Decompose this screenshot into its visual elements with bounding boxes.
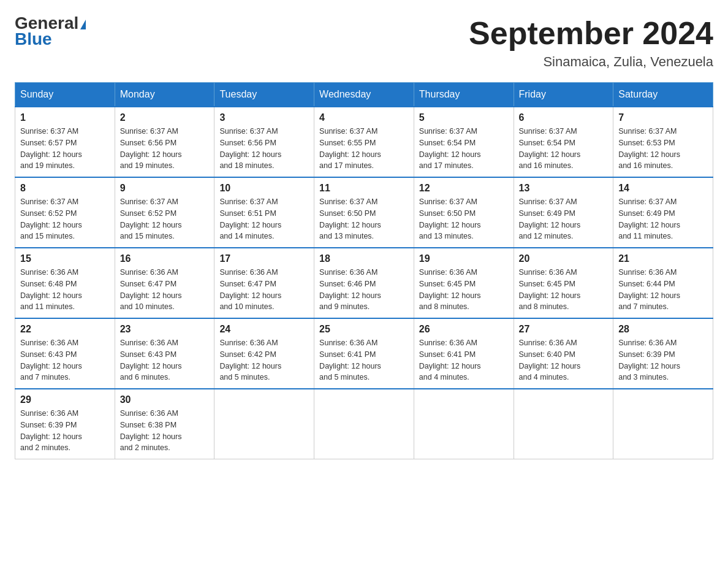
calendar-cell: 1 Sunrise: 6:37 AM Sunset: 6:57 PM Dayli… bbox=[15, 107, 115, 177]
day-number: 28 bbox=[618, 324, 708, 335]
calendar-cell bbox=[414, 389, 514, 459]
calendar-cell bbox=[613, 389, 713, 459]
calendar-cell: 4 Sunrise: 6:37 AM Sunset: 6:55 PM Dayli… bbox=[314, 107, 414, 177]
calendar-cell: 8 Sunrise: 6:37 AM Sunset: 6:52 PM Dayli… bbox=[15, 177, 115, 248]
day-number: 21 bbox=[618, 253, 708, 264]
calendar-cell: 27 Sunrise: 6:36 AM Sunset: 6:40 PM Dayl… bbox=[514, 318, 613, 389]
day-number: 14 bbox=[618, 183, 708, 194]
calendar-cell: 10 Sunrise: 6:37 AM Sunset: 6:51 PM Dayl… bbox=[214, 177, 314, 248]
day-number: 11 bbox=[319, 183, 409, 194]
calendar-header-saturday: Saturday bbox=[613, 83, 713, 107]
day-info: Sunrise: 6:36 AM Sunset: 6:48 PM Dayligh… bbox=[20, 267, 110, 313]
day-info: Sunrise: 6:37 AM Sunset: 6:56 PM Dayligh… bbox=[219, 126, 309, 172]
day-info: Sunrise: 6:36 AM Sunset: 6:42 PM Dayligh… bbox=[219, 337, 309, 383]
day-info: Sunrise: 6:37 AM Sunset: 6:53 PM Dayligh… bbox=[618, 126, 708, 172]
calendar-cell bbox=[314, 389, 414, 459]
day-info: Sunrise: 6:37 AM Sunset: 6:49 PM Dayligh… bbox=[519, 196, 609, 242]
calendar-header-monday: Monday bbox=[115, 83, 214, 107]
day-number: 20 bbox=[519, 253, 609, 264]
day-number: 25 bbox=[319, 324, 409, 335]
day-number: 13 bbox=[519, 183, 609, 194]
day-info: Sunrise: 6:37 AM Sunset: 6:52 PM Dayligh… bbox=[20, 196, 110, 242]
day-info: Sunrise: 6:36 AM Sunset: 6:43 PM Dayligh… bbox=[20, 337, 110, 383]
day-number: 6 bbox=[519, 112, 609, 123]
calendar-header-thursday: Thursday bbox=[414, 83, 514, 107]
page-header: General Blue September 2024 Sinamaica, Z… bbox=[15, 15, 713, 70]
day-info: Sunrise: 6:37 AM Sunset: 6:54 PM Dayligh… bbox=[519, 126, 609, 172]
day-info: Sunrise: 6:37 AM Sunset: 6:55 PM Dayligh… bbox=[319, 126, 409, 172]
logo-blue: Blue bbox=[15, 29, 52, 49]
title-section: September 2024 Sinamaica, Zulia, Venezue… bbox=[469, 15, 713, 70]
day-number: 16 bbox=[120, 253, 210, 264]
calendar-cell bbox=[214, 389, 314, 459]
calendar-header-row: SundayMondayTuesdayWednesdayThursdayFrid… bbox=[15, 83, 713, 107]
day-number: 29 bbox=[20, 394, 110, 405]
day-info: Sunrise: 6:36 AM Sunset: 6:41 PM Dayligh… bbox=[319, 337, 409, 383]
day-number: 19 bbox=[419, 253, 509, 264]
calendar-header-sunday: Sunday bbox=[15, 83, 115, 107]
calendar-cell: 12 Sunrise: 6:37 AM Sunset: 6:50 PM Dayl… bbox=[414, 177, 514, 248]
calendar-cell: 2 Sunrise: 6:37 AM Sunset: 6:56 PM Dayli… bbox=[115, 107, 214, 177]
day-info: Sunrise: 6:36 AM Sunset: 6:47 PM Dayligh… bbox=[120, 267, 210, 313]
day-number: 23 bbox=[120, 324, 210, 335]
calendar-cell: 13 Sunrise: 6:37 AM Sunset: 6:49 PM Dayl… bbox=[514, 177, 613, 248]
calendar-header-wednesday: Wednesday bbox=[314, 83, 414, 107]
day-number: 18 bbox=[319, 253, 409, 264]
day-number: 26 bbox=[419, 324, 509, 335]
month-year-title: September 2024 bbox=[469, 15, 713, 52]
day-info: Sunrise: 6:36 AM Sunset: 6:39 PM Dayligh… bbox=[20, 408, 110, 454]
day-number: 9 bbox=[120, 183, 210, 194]
day-number: 4 bbox=[319, 112, 409, 123]
calendar-cell: 6 Sunrise: 6:37 AM Sunset: 6:54 PM Dayli… bbox=[514, 107, 613, 177]
day-info: Sunrise: 6:36 AM Sunset: 6:40 PM Dayligh… bbox=[519, 337, 609, 383]
calendar-cell: 24 Sunrise: 6:36 AM Sunset: 6:42 PM Dayl… bbox=[214, 318, 314, 389]
calendar-cell: 3 Sunrise: 6:37 AM Sunset: 6:56 PM Dayli… bbox=[214, 107, 314, 177]
day-info: Sunrise: 6:36 AM Sunset: 6:43 PM Dayligh… bbox=[120, 337, 210, 383]
calendar-cell: 26 Sunrise: 6:36 AM Sunset: 6:41 PM Dayl… bbox=[414, 318, 514, 389]
day-number: 5 bbox=[419, 112, 509, 123]
day-number: 24 bbox=[219, 324, 309, 335]
day-number: 1 bbox=[20, 112, 110, 123]
calendar-table: SundayMondayTuesdayWednesdayThursdayFrid… bbox=[15, 82, 713, 459]
calendar-cell: 19 Sunrise: 6:36 AM Sunset: 6:45 PM Dayl… bbox=[414, 248, 514, 318]
calendar-cell bbox=[514, 389, 613, 459]
day-info: Sunrise: 6:37 AM Sunset: 6:51 PM Dayligh… bbox=[219, 196, 309, 242]
day-number: 15 bbox=[20, 253, 110, 264]
day-info: Sunrise: 6:37 AM Sunset: 6:49 PM Dayligh… bbox=[618, 196, 708, 242]
day-info: Sunrise: 6:36 AM Sunset: 6:44 PM Dayligh… bbox=[618, 267, 708, 313]
day-info: Sunrise: 6:37 AM Sunset: 6:56 PM Dayligh… bbox=[120, 126, 210, 172]
calendar-cell: 25 Sunrise: 6:36 AM Sunset: 6:41 PM Dayl… bbox=[314, 318, 414, 389]
calendar-week-row: 15 Sunrise: 6:36 AM Sunset: 6:48 PM Dayl… bbox=[15, 248, 713, 318]
calendar-cell: 9 Sunrise: 6:37 AM Sunset: 6:52 PM Dayli… bbox=[115, 177, 214, 248]
calendar-cell: 11 Sunrise: 6:37 AM Sunset: 6:50 PM Dayl… bbox=[314, 177, 414, 248]
day-info: Sunrise: 6:37 AM Sunset: 6:54 PM Dayligh… bbox=[419, 126, 509, 172]
calendar-cell: 18 Sunrise: 6:36 AM Sunset: 6:46 PM Dayl… bbox=[314, 248, 414, 318]
calendar-week-row: 8 Sunrise: 6:37 AM Sunset: 6:52 PM Dayli… bbox=[15, 177, 713, 248]
calendar-header-tuesday: Tuesday bbox=[214, 83, 314, 107]
day-number: 22 bbox=[20, 324, 110, 335]
calendar-cell: 23 Sunrise: 6:36 AM Sunset: 6:43 PM Dayl… bbox=[115, 318, 214, 389]
calendar-cell: 22 Sunrise: 6:36 AM Sunset: 6:43 PM Dayl… bbox=[15, 318, 115, 389]
location-subtitle: Sinamaica, Zulia, Venezuela bbox=[469, 54, 713, 70]
day-info: Sunrise: 6:37 AM Sunset: 6:50 PM Dayligh… bbox=[419, 196, 509, 242]
calendar-cell: 28 Sunrise: 6:36 AM Sunset: 6:39 PM Dayl… bbox=[613, 318, 713, 389]
calendar-cell: 7 Sunrise: 6:37 AM Sunset: 6:53 PM Dayli… bbox=[613, 107, 713, 177]
calendar-week-row: 29 Sunrise: 6:36 AM Sunset: 6:39 PM Dayl… bbox=[15, 389, 713, 459]
day-info: Sunrise: 6:37 AM Sunset: 6:50 PM Dayligh… bbox=[319, 196, 409, 242]
day-info: Sunrise: 6:36 AM Sunset: 6:45 PM Dayligh… bbox=[419, 267, 509, 313]
day-number: 10 bbox=[219, 183, 309, 194]
day-number: 30 bbox=[120, 394, 210, 405]
day-info: Sunrise: 6:36 AM Sunset: 6:47 PM Dayligh… bbox=[219, 267, 309, 313]
day-info: Sunrise: 6:36 AM Sunset: 6:45 PM Dayligh… bbox=[519, 267, 609, 313]
day-number: 8 bbox=[20, 183, 110, 194]
calendar-week-row: 1 Sunrise: 6:37 AM Sunset: 6:57 PM Dayli… bbox=[15, 107, 713, 177]
day-info: Sunrise: 6:36 AM Sunset: 6:39 PM Dayligh… bbox=[618, 337, 708, 383]
day-number: 7 bbox=[618, 112, 708, 123]
calendar-cell: 17 Sunrise: 6:36 AM Sunset: 6:47 PM Dayl… bbox=[214, 248, 314, 318]
calendar-cell: 20 Sunrise: 6:36 AM Sunset: 6:45 PM Dayl… bbox=[514, 248, 613, 318]
calendar-cell: 14 Sunrise: 6:37 AM Sunset: 6:49 PM Dayl… bbox=[613, 177, 713, 248]
day-info: Sunrise: 6:36 AM Sunset: 6:38 PM Dayligh… bbox=[120, 408, 210, 454]
day-info: Sunrise: 6:36 AM Sunset: 6:46 PM Dayligh… bbox=[319, 267, 409, 313]
calendar-cell: 21 Sunrise: 6:36 AM Sunset: 6:44 PM Dayl… bbox=[613, 248, 713, 318]
calendar-header-friday: Friday bbox=[514, 83, 613, 107]
